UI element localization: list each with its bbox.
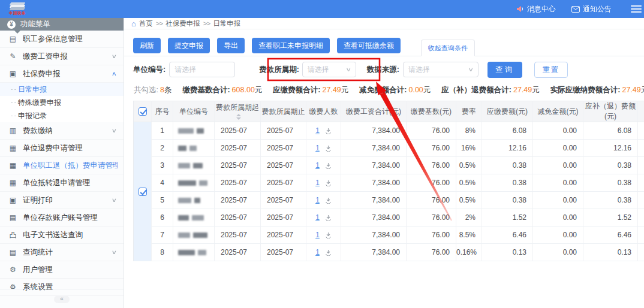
cell-rate: 0.16% (456, 244, 482, 261)
chevron-down-icon: ∨ (112, 53, 117, 59)
cell-reduction: 0.00 (533, 174, 583, 192)
cell-base: 76.00 (407, 122, 456, 140)
sidebar-subitem-label: 日常申报 (18, 84, 47, 95)
query-button[interactable]: 查询 (487, 62, 522, 78)
cell-refund: 0.38 (583, 157, 638, 174)
select-all-checkbox[interactable] (139, 107, 147, 116)
sidebar-item[interactable]: ✎缴费工资申报∨ (0, 48, 124, 65)
cell-cutoff (638, 227, 644, 244)
column-header[interactable]: 费款所属期起 (215, 101, 261, 122)
people-count-link[interactable]: 1 (315, 144, 320, 152)
cell-due: 6.08 (482, 122, 533, 140)
declaration-table: 序号单位编号费款所属期起费款所属期止缴费人数缴费工资合计(元)缴费基数(元)费率… (133, 101, 644, 261)
download-icon[interactable] (325, 249, 332, 256)
cell-rate: 8% (456, 122, 482, 140)
message-center-button[interactable]: 消息中心 (516, 4, 556, 14)
column-header: 费款所属期止 (261, 101, 306, 122)
sidebar-item[interactable]: ⚙用户管理 (0, 261, 124, 279)
cell-base: 76.00 (407, 192, 456, 209)
logo-stack-icon (8, 2, 26, 11)
cell-unit-code (173, 209, 215, 227)
toolbar-button-4[interactable]: 查看职工未申报明细 (252, 38, 330, 53)
summary-item: 共勾选:8条 (134, 85, 171, 95)
cell-period-start: 2025-07 (215, 122, 261, 140)
people-count-link[interactable]: 1 (315, 126, 320, 135)
notice-button[interactable]: 通知公告 (571, 4, 612, 14)
data-source-select[interactable]: 请选择 ∨ (403, 62, 479, 77)
sidebar-subitem[interactable]: 特殊缴费申报 (0, 96, 124, 109)
download-icon[interactable] (325, 197, 332, 204)
summary-unit: 元 (341, 86, 349, 94)
summary-unit: 元 (532, 86, 540, 94)
sidebar-item[interactable]: ▥费款缴纳∨ (0, 122, 124, 140)
toolbar-button-1[interactable]: 刷新 (133, 38, 161, 53)
breadcrumb-item[interactable]: 社保费申报 (165, 19, 200, 28)
sort-icon[interactable] (236, 114, 241, 120)
sidebar-item[interactable]: 凸电子文书送达查询 (0, 227, 124, 244)
cell-period-end: 2025-07 (261, 174, 306, 192)
sidebar-item[interactable]: ▦单位退费申请管理 (0, 140, 124, 157)
stats-icon: ▤ (8, 248, 17, 256)
sidebar-item-label: 缴费工资申报 (23, 52, 112, 62)
cell-due: 0.13 (482, 244, 533, 261)
sidebar-subitem-label: 申报记录 (18, 111, 47, 121)
chevron-down-icon: ∨ (112, 249, 117, 255)
column-header: 单位编号 (173, 101, 215, 122)
toolbar-button-3[interactable]: 导出 (217, 38, 245, 53)
toolbar-button-2[interactable]: 提交申报 (168, 38, 210, 53)
cell-people: 1 (306, 140, 341, 157)
cell-period-start: 2025-07 (215, 209, 261, 227)
print-icon: ▣ (8, 196, 17, 204)
download-icon[interactable] (325, 232, 332, 238)
envelope-icon (571, 6, 580, 13)
cell-reduction: 0.00 (533, 122, 583, 140)
doc-send-icon: 凸 (8, 230, 17, 240)
sidebar-item[interactable]: ▣证明打印∨ (0, 192, 124, 209)
sidebar-item[interactable]: ▤单位存款账户账号管理 (0, 209, 124, 227)
table-row: 52025-072025-0717,384.0076.000.5%0.380.0… (134, 192, 644, 209)
breadcrumb: ⌂ 首页 >> 社保费申报 >> 日常申报 (124, 18, 644, 29)
download-icon[interactable] (325, 180, 332, 186)
fee-period-select[interactable]: 请选择 ∨ (302, 62, 356, 77)
unit-code-input[interactable] (169, 62, 235, 77)
collapse-sidebar-button[interactable]: « (54, 295, 70, 303)
sidebar-item[interactable]: ▦单位抵转退申请管理 (0, 174, 124, 192)
people-count-link[interactable]: 1 (315, 248, 320, 256)
sidebar-item-label: 查询统计 (23, 247, 112, 258)
group-checkbox[interactable] (139, 188, 147, 196)
cell-seq: 7 (152, 227, 173, 244)
sidebar-item[interactable]: ▣社保费申报∧ (0, 65, 124, 83)
cell-wage-total: 7,384.00 (341, 140, 407, 157)
cell-base: 76.00 (407, 227, 456, 244)
people-count-link[interactable]: 1 (315, 161, 320, 170)
cell-wage-total: 7,384.00 (341, 122, 407, 140)
cell-people: 1 (306, 192, 341, 209)
column-header-label: 单位编号 (179, 107, 208, 116)
people-count-link[interactable]: 1 (315, 196, 320, 204)
download-icon[interactable] (325, 162, 332, 169)
top-bar: 中国税务 消息中心 通知公告 (0, 0, 644, 18)
cell-seq: 6 (152, 209, 173, 227)
cell-cutoff (638, 157, 644, 174)
pay-icon: ▥ (8, 126, 17, 135)
menu-icon[interactable] (631, 5, 642, 13)
collapse-query-tab[interactable]: 收起查询条件 (421, 40, 475, 56)
column-header-label: 缴费基数(元) (411, 107, 452, 116)
download-icon[interactable] (325, 145, 332, 152)
people-count-link[interactable]: 1 (315, 179, 320, 187)
sidebar-item[interactable]: ▦单位职工退（抵）费申请管理 (0, 157, 124, 174)
sidebar-item[interactable]: ▤查询统计∨ (0, 244, 124, 261)
cell-period-end: 2025-07 (261, 209, 306, 227)
toolbar-button-5[interactable]: 查看可抵缴余额 (337, 38, 401, 53)
people-count-link[interactable]: 1 (315, 231, 320, 239)
reset-button[interactable]: 重置 (534, 62, 568, 78)
breadcrumb-home[interactable]: 首页 (139, 19, 153, 28)
cell-due: 0.38 (482, 174, 533, 192)
sidebar-subitem[interactable]: 日常申报 (0, 83, 124, 96)
people-count-link[interactable]: 1 (315, 213, 320, 222)
sidebar-subitem[interactable]: 申报记录 (0, 109, 124, 122)
download-icon[interactable] (325, 128, 332, 134)
notice-label: 通知公告 (583, 4, 612, 14)
cell-seq: 2 (152, 140, 173, 157)
download-icon[interactable] (325, 215, 332, 221)
